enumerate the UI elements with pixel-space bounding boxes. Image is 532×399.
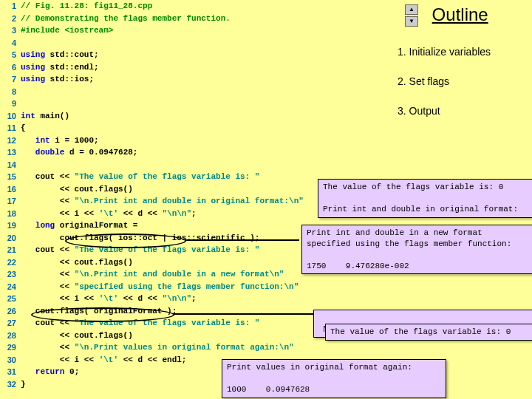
output-callout: Print int and double in a new format spe… <box>301 225 532 274</box>
arrow-icon <box>173 313 313 315</box>
highlight-oval <box>31 307 174 322</box>
code-text: // Fig. 11.28: fig11_28.cpp <box>21 1 152 10</box>
prev-slide-button[interactable]: ▲ <box>405 4 418 15</box>
note-1: 1. Initialize variables <box>398 46 523 58</box>
next-slide-button[interactable]: ▼ <box>405 16 418 27</box>
slide-nav: ▲ ▼ <box>405 4 418 27</box>
arrow-icon <box>185 239 299 241</box>
highlight-oval <box>65 233 186 248</box>
output-callout: The value of the flags variable is: 0 <box>325 324 532 341</box>
note-2: 2. Set flags <box>398 75 523 87</box>
note-3: 3. Output <box>398 105 523 117</box>
outline-notes: 1. Initialize variables 2. Set flags 3. … <box>398 46 523 134</box>
output-callout: The value of the flags variable is: 0 Pr… <box>318 179 532 218</box>
output-callout: Print values in original format again: 1… <box>222 359 446 398</box>
header: ▲ ▼ Outline <box>405 4 523 27</box>
line-number: 1 <box>0 1 16 10</box>
outline-title: Outline <box>432 4 488 24</box>
